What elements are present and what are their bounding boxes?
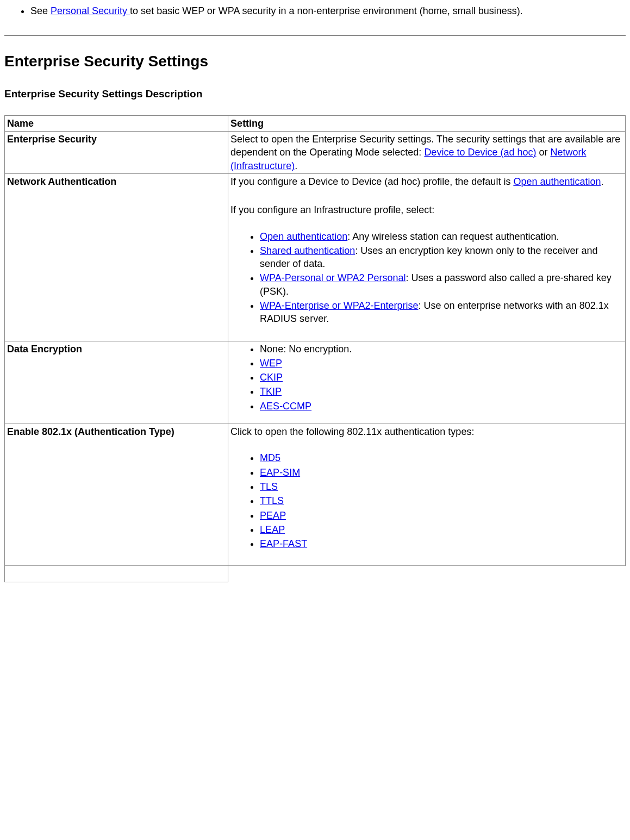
table-row: Network Authentication If you configure … xyxy=(5,173,626,341)
text: If you configure a Device to Device (ad … xyxy=(230,176,513,187)
list-item: Open authentication: Any wireless statio… xyxy=(260,230,623,243)
list-item: EAP-FAST xyxy=(260,537,623,550)
row-name: Data Encryption xyxy=(5,341,228,424)
open-authentication-link[interactable]: Open authentication xyxy=(513,176,601,187)
row-setting: None: No encryption. WEP CKIP TKIP AES-C… xyxy=(228,341,626,424)
page-subheading: Enterprise Security Settings Description xyxy=(4,87,626,101)
ckip-link[interactable]: CKIP xyxy=(260,372,283,383)
table-row: Data Encryption None: No encryption. WEP… xyxy=(5,341,626,424)
paragraph: If you configure an Infrastructure profi… xyxy=(230,203,623,216)
personal-security-link[interactable]: Personal Security xyxy=(51,5,130,16)
wpa-enterprise-link[interactable]: WPA-Enterprise or WPA2-Enterprise xyxy=(260,300,418,311)
table-row xyxy=(5,566,626,582)
list-item: TTLS xyxy=(260,494,623,507)
device-to-device-link[interactable]: Device to Device (ad hoc) xyxy=(424,147,536,158)
table-header-row: Name Setting xyxy=(5,115,626,131)
row-name: Enable 802.1x (Authentication Type) xyxy=(5,424,228,566)
md5-link[interactable]: MD5 xyxy=(260,452,280,463)
top-note-item: See Personal Security to set basic WEP o… xyxy=(30,4,626,17)
paragraph: Click to open the following 802.11x auth… xyxy=(230,425,623,438)
wep-link[interactable]: WEP xyxy=(260,358,282,369)
leap-link[interactable]: LEAP xyxy=(260,524,285,535)
shared-authentication-link[interactable]: Shared authentication xyxy=(260,245,355,256)
tkip-link[interactable]: TKIP xyxy=(260,386,282,397)
auth-types-list: MD5 EAP-SIM TLS TTLS PEAP LEAP EAP-FAST xyxy=(230,451,623,550)
row-setting: If you configure a Device to Device (ad … xyxy=(228,173,626,341)
list-item: TKIP xyxy=(260,385,623,398)
paragraph: If you configure a Device to Device (ad … xyxy=(230,175,623,188)
row-setting xyxy=(228,566,626,582)
row-setting: Select to open the Enterprise Security s… xyxy=(228,132,626,174)
list-item: WPA-Enterprise or WPA2-Enterprise: Use o… xyxy=(260,299,623,326)
list-item: None: No encryption. xyxy=(260,343,623,356)
tls-link[interactable]: TLS xyxy=(260,481,278,492)
list-item: MD5 xyxy=(260,451,623,464)
list-item: AES-CCMP xyxy=(260,400,623,413)
list-item: WEP xyxy=(260,357,623,370)
text: or xyxy=(536,147,550,158)
table-row: Enable 802.1x (Authentication Type) Clic… xyxy=(5,424,626,566)
text: . xyxy=(601,176,604,187)
top-note-suffix: to set basic WEP or WPA security in a no… xyxy=(130,5,523,16)
eap-fast-link[interactable]: EAP-FAST xyxy=(260,538,307,549)
list-item: LEAP xyxy=(260,523,623,536)
list-item: Shared authentication: Uses an encryptio… xyxy=(260,244,623,271)
list-item: CKIP xyxy=(260,371,623,384)
divider xyxy=(4,35,626,36)
column-header-setting: Setting xyxy=(228,115,626,131)
aes-ccmp-link[interactable]: AES-CCMP xyxy=(260,401,311,412)
row-name: Enterprise Security xyxy=(5,132,228,174)
table-row: Enterprise Security Select to open the E… xyxy=(5,132,626,174)
eap-sim-link[interactable]: EAP-SIM xyxy=(260,467,300,478)
page-heading: Enterprise Security Settings xyxy=(4,51,626,72)
list-item: TLS xyxy=(260,480,623,493)
list-item: EAP-SIM xyxy=(260,466,623,479)
text: : Any wireless station can request authe… xyxy=(347,231,559,242)
open-authentication-link[interactable]: Open authentication xyxy=(260,231,347,242)
list-item: PEAP xyxy=(260,509,623,522)
row-setting: Click to open the following 802.11x auth… xyxy=(228,424,626,566)
row-name: Network Authentication xyxy=(5,173,228,341)
text: . xyxy=(295,160,297,171)
column-header-name: Name xyxy=(5,115,228,131)
auth-options-list: Open authentication: Any wireless statio… xyxy=(230,230,623,326)
row-name xyxy=(5,566,228,582)
list-item: WPA-Personal or WPA2 Personal: Uses a pa… xyxy=(260,271,623,298)
top-note-list: See Personal Security to set basic WEP o… xyxy=(4,4,626,17)
settings-table: Name Setting Enterprise Security Select … xyxy=(4,115,626,582)
wpa-personal-link[interactable]: WPA-Personal or WPA2 Personal xyxy=(260,272,406,283)
ttls-link[interactable]: TTLS xyxy=(260,495,284,506)
encryption-list: None: No encryption. WEP CKIP TKIP AES-C… xyxy=(230,343,623,413)
peap-link[interactable]: PEAP xyxy=(260,510,286,521)
top-note-prefix: See xyxy=(30,5,51,16)
